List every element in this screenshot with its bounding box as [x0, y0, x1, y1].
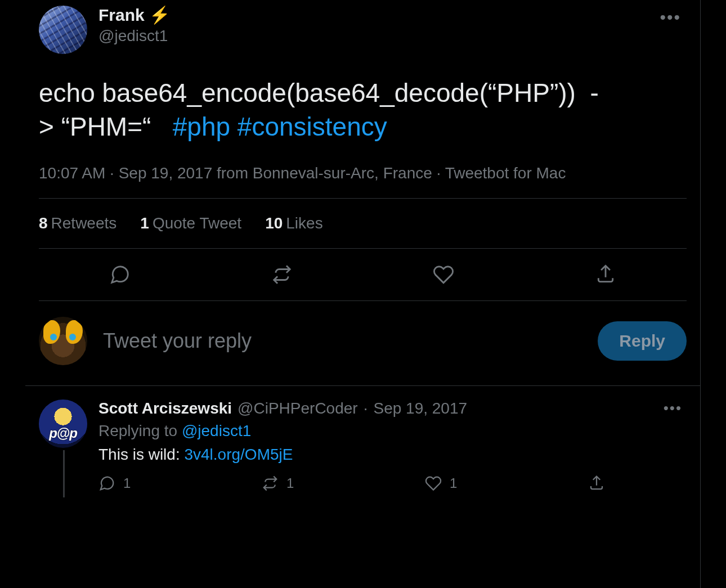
replying-to-handle[interactable]: @jedisct1: [182, 422, 251, 439]
heart-icon: [425, 475, 442, 492]
replying-to-line: Replying to @jedisct1: [98, 422, 687, 440]
share-icon: [595, 264, 616, 285]
share-icon: [588, 475, 605, 492]
reply-action-like[interactable]: 1: [425, 475, 457, 492]
tweet-text: echo base64_encode(base64_decode(“PHP”))…: [39, 77, 687, 144]
reply-author-name[interactable]: Scott Arciszewski: [98, 400, 232, 418]
reply-icon: [109, 264, 131, 285]
action-row: [39, 249, 687, 300]
quote-tweets-stat[interactable]: 1Quote Tweet: [140, 214, 241, 232]
quotes-count: 1: [140, 214, 149, 232]
quotes-label: Quote Tweet: [153, 214, 241, 232]
like-count: 1: [450, 475, 457, 491]
hashtag-consistency[interactable]: #consistency: [237, 112, 387, 141]
author-avatar[interactable]: [39, 6, 87, 54]
tweet-meta[interactable]: 10:07 AM · Sep 19, 2017 from Bonneval-su…: [39, 164, 687, 198]
author-name-text: Frank: [98, 6, 145, 25]
like-button-icon[interactable]: [430, 261, 457, 288]
reply-input[interactable]: [103, 329, 582, 353]
reply-head: Scott Arciszewski @CiPHPerCoder · Sep 19…: [98, 400, 687, 418]
retweets-label: Retweets: [51, 214, 117, 232]
author-handle[interactable]: @jedisct1: [98, 27, 654, 45]
retweets-count: 8: [39, 214, 48, 232]
likes-label: Likes: [286, 214, 322, 232]
hashtag-php[interactable]: #php: [173, 112, 230, 141]
reply-count: 1: [123, 475, 131, 491]
reply-sep: ·: [364, 400, 368, 418]
reply-link[interactable]: 3v4l.org/OM5jE: [184, 446, 293, 463]
lightning-bolt-icon: ⚡: [149, 7, 170, 24]
retweet-count: 1: [286, 475, 294, 491]
more-options-button[interactable]: •••: [654, 6, 687, 29]
retweet-button-icon[interactable]: [268, 261, 295, 288]
reply-actions: 1 1 1: [98, 475, 605, 497]
reply-action-reply[interactable]: 1: [98, 475, 131, 492]
reply-icon: [98, 475, 115, 492]
author-display-name[interactable]: Frank ⚡: [98, 6, 654, 25]
reply-text: This is wild: 3v4l.org/OM5jE: [98, 446, 687, 464]
reply-date[interactable]: Sep 19, 2017: [373, 400, 467, 418]
replying-to-prefix: Replying to: [98, 422, 182, 439]
share-button-icon[interactable]: [592, 261, 619, 288]
reply-body: Scott Arciszewski @CiPHPerCoder · Sep 19…: [98, 400, 687, 497]
likes-stat[interactable]: 10Likes: [265, 214, 323, 232]
tweet-header: Frank ⚡ @jedisct1 •••: [39, 6, 687, 54]
reply-action-share[interactable]: [588, 475, 605, 492]
reply-action-retweet[interactable]: 1: [262, 475, 294, 492]
reply-text-prefix: This is wild:: [98, 446, 184, 463]
reply-composer: Reply: [25, 301, 700, 385]
retweets-stat[interactable]: 8Retweets: [39, 214, 116, 232]
self-avatar[interactable]: [39, 317, 87, 365]
reply-more-button[interactable]: •••: [659, 400, 687, 417]
retweet-icon: [271, 264, 293, 285]
reply-button-icon[interactable]: [106, 261, 133, 288]
reply-tweet[interactable]: Scott Arciszewski @CiPHPerCoder · Sep 19…: [25, 386, 700, 497]
reply-submit-button[interactable]: Reply: [598, 321, 687, 361]
thread-line: [63, 450, 65, 497]
author-block: Frank ⚡ @jedisct1: [98, 6, 654, 45]
tweet-stats: 8Retweets 1Quote Tweet 10Likes: [39, 199, 687, 248]
retweet-icon: [262, 475, 279, 492]
reply-author-handle[interactable]: @CiPHPerCoder: [237, 400, 358, 418]
reply-author-avatar[interactable]: [39, 400, 87, 448]
heart-icon: [433, 264, 454, 285]
main-tweet: Frank ⚡ @jedisct1 ••• echo base64_encode…: [25, 0, 700, 301]
likes-count: 10: [265, 214, 283, 232]
